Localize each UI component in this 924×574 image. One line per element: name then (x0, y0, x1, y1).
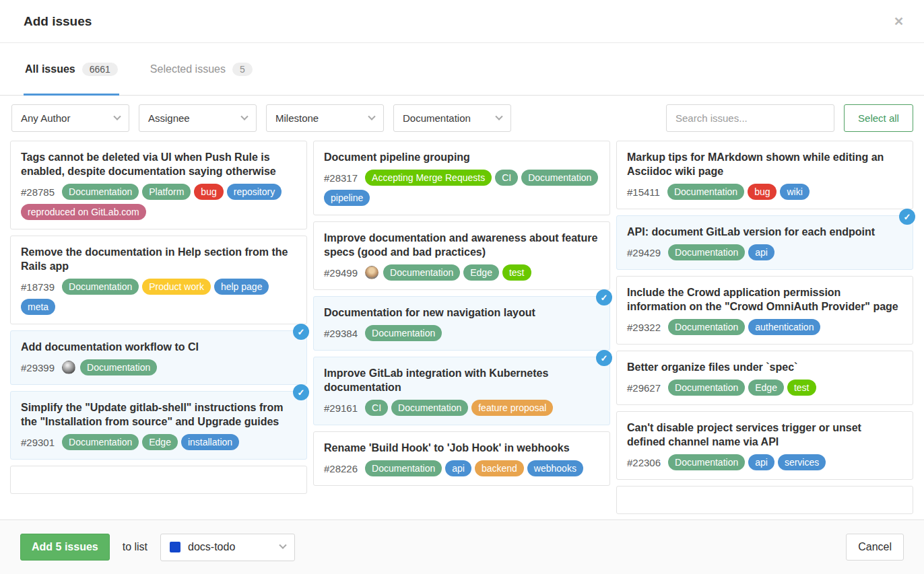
issue-meta: #29301DocumentationEdgeinstallation (21, 434, 296, 450)
issue-card[interactable]: ✓Documentation for new navigation layout… (313, 296, 610, 351)
issue-card[interactable]: Better organize files under `spec`#29627… (616, 351, 913, 405)
issue-label[interactable]: services (778, 454, 826, 470)
tab-all-issues[interactable]: All issues 6661 (24, 43, 119, 95)
assignee-filter-dropdown[interactable]: Assignee (139, 104, 257, 132)
issue-title: Better organize files under `spec` (627, 360, 902, 374)
issue-label[interactable]: Documentation (668, 244, 745, 260)
milestone-filter-dropdown[interactable]: Milestone (266, 104, 384, 132)
issue-label[interactable]: Documentation (668, 319, 745, 335)
issue-card[interactable]: Can't disable project services trigger o… (616, 411, 913, 480)
issue-label[interactable]: Documentation (62, 279, 139, 295)
issue-title: Remove the documentation in Help section… (21, 245, 296, 273)
issue-label[interactable]: installation (181, 434, 239, 450)
list-select-dropdown[interactable]: docs-todo (160, 534, 295, 561)
issue-label[interactable]: feature proposal (471, 400, 553, 416)
chevron-down-icon (240, 112, 248, 120)
issue-label[interactable]: Documentation (668, 454, 745, 470)
issue-label[interactable]: webhooks (527, 460, 583, 476)
issue-title: Can't disable project services trigger o… (627, 421, 902, 449)
close-icon[interactable]: ✕ (888, 11, 909, 32)
tab-bar: All issues 6661 Selected issues 5 (0, 43, 924, 96)
author-filter-dropdown[interactable]: Any Author (11, 104, 129, 132)
issue-label[interactable]: test (502, 264, 531, 281)
issue-label[interactable]: repository (227, 184, 282, 200)
issue-label[interactable]: Documentation (365, 460, 442, 476)
issue-card[interactable]: Remove the documentation in Help section… (10, 236, 307, 324)
modal-header: Add issues ✕ (0, 0, 924, 43)
issue-label[interactable]: meta (21, 299, 55, 315)
issue-label[interactable]: Documentation (667, 184, 744, 200)
issue-meta: #28317Accepting Merge RequestsCIDocument… (324, 170, 599, 206)
dropdown-value: Milestone (275, 112, 319, 124)
add-issues-button[interactable]: Add 5 issues (20, 534, 110, 561)
tab-selected-issues[interactable]: Selected issues 5 (149, 43, 254, 95)
board-column: Markup tips for MArkdown shown while edi… (616, 141, 913, 519)
label-filter-dropdown[interactable]: Documentation (393, 104, 511, 132)
search-input[interactable] (666, 104, 834, 132)
issue-label[interactable]: help page (214, 279, 269, 295)
issue-title: Markup tips for MArkdown shown while edi… (627, 150, 902, 178)
issue-label[interactable]: authentication (748, 319, 820, 335)
assignee-avatar (62, 361, 75, 374)
issue-label[interactable]: Edge (142, 434, 178, 450)
to-list-label: to list (123, 541, 147, 553)
tab-count-badge: 6661 (82, 63, 118, 76)
issue-card-partial[interactable] (10, 466, 307, 494)
issue-meta: #15411Documentationbugwiki (627, 184, 902, 200)
issue-label[interactable]: Documentation (62, 184, 139, 200)
issue-card[interactable]: ✓API: document GitLab version for each e… (616, 215, 913, 270)
issue-card[interactable]: ✓Add documentation workflow to CI#29399D… (10, 330, 307, 385)
board-column: Tags cannot be deleted via UI when Push … (10, 141, 307, 519)
issue-meta: #29429Documentationapi (627, 244, 902, 260)
select-all-button[interactable]: Select all (844, 104, 913, 132)
issue-label[interactable]: Documentation (521, 170, 598, 186)
issue-label[interactable]: Accepting Merge Requests (365, 170, 492, 186)
issue-label[interactable]: CI (365, 400, 388, 416)
issue-label[interactable]: Documentation (365, 325, 442, 341)
issue-label[interactable]: Edge (748, 380, 784, 396)
issue-card[interactable]: Markup tips for MArkdown shown while edi… (616, 141, 913, 209)
issue-number: #22306 (627, 457, 661, 468)
issue-number: #29161 (324, 402, 358, 414)
issue-meta: #29161CIDocumentationfeature proposal (324, 400, 599, 416)
issue-card-partial[interactable] (616, 486, 913, 514)
issue-label[interactable]: test (787, 380, 816, 396)
issue-label[interactable]: Documentation (668, 380, 745, 396)
issue-label[interactable]: pipeline (324, 190, 370, 206)
issue-title: Documentation for new navigation layout (324, 306, 599, 320)
issue-label[interactable]: backend (475, 460, 524, 476)
list-color-swatch (170, 542, 180, 552)
issue-card[interactable]: Improve documentation and awareness abou… (313, 221, 610, 290)
issue-label[interactable]: Product work (142, 279, 211, 295)
issue-label[interactable]: Documentation (391, 400, 468, 416)
modal-title: Add issues (24, 14, 92, 29)
issue-label[interactable]: wiki (780, 184, 809, 200)
issue-card[interactable]: Document pipeline grouping#28317Acceptin… (313, 141, 610, 215)
issue-label[interactable]: api (748, 454, 774, 470)
issue-label[interactable]: Platform (142, 184, 191, 200)
issue-number: #29499 (324, 267, 358, 279)
issue-label[interactable]: Documentation (62, 434, 139, 450)
issue-label[interactable]: api (445, 460, 471, 476)
issue-card[interactable]: Rename 'Build Hook' to 'Job Hook' in web… (313, 431, 610, 486)
issue-card[interactable]: Include the Crowd application permission… (616, 276, 913, 345)
issue-meta: #29322Documentationauthentication (627, 319, 902, 335)
issue-label[interactable]: Documentation (383, 264, 460, 281)
issue-card[interactable]: ✓Improve GitLab integration with Kuberne… (313, 357, 610, 425)
issue-label[interactable]: Documentation (80, 359, 157, 375)
issue-number: #18739 (21, 281, 55, 293)
issue-label[interactable]: api (748, 244, 774, 260)
chevron-down-icon (279, 542, 286, 549)
issue-title: Improve documentation and awareness abou… (324, 231, 599, 259)
issue-card[interactable]: ✓Simplify the "Update gitlab-shell" inst… (10, 391, 307, 460)
issue-label[interactable]: bug (194, 184, 223, 200)
cancel-button[interactable]: Cancel (846, 534, 904, 561)
issue-label[interactable]: reproduced on GitLab.com (21, 204, 146, 220)
issue-meta: #22306Documentationapiservices (627, 454, 902, 470)
selected-check-icon: ✓ (596, 289, 612, 306)
issue-card[interactable]: Tags cannot be deleted via UI when Push … (10, 141, 307, 229)
issue-title: Rename 'Build Hook' to 'Job Hook' in web… (324, 441, 599, 455)
issue-label[interactable]: bug (748, 184, 777, 200)
issue-label[interactable]: CI (495, 170, 518, 186)
issue-label[interactable]: Edge (463, 264, 499, 281)
